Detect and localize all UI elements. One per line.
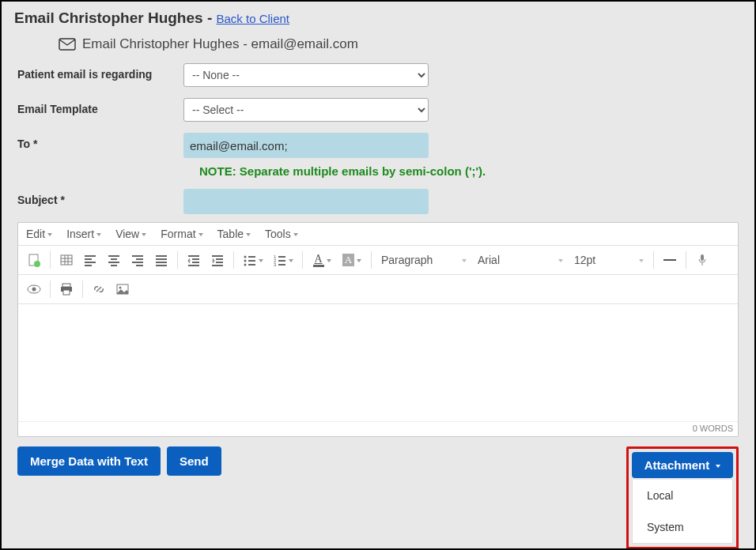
template-select[interactable]: -- Select -- <box>183 98 429 122</box>
chevron-down-icon <box>289 259 293 262</box>
page-title: Email Christopher Hughes <box>14 9 203 26</box>
print-icon[interactable] <box>55 278 77 300</box>
patient-email-label: Patient email is regarding <box>17 63 183 81</box>
outdent-icon[interactable] <box>183 249 205 271</box>
table-icon[interactable] <box>55 249 77 271</box>
attachment-button[interactable]: Attachment <box>632 452 733 478</box>
svg-point-53 <box>119 287 122 289</box>
align-justify-icon[interactable] <box>150 249 172 271</box>
action-bar: Merge Data with Text Send Attachment Loc… <box>2 437 754 550</box>
editor-toolbar: 123 A A Paragraph Arial 12pt <box>18 246 738 275</box>
subject-label: Subject * <box>17 189 183 206</box>
svg-rect-51 <box>63 290 70 295</box>
merge-data-button[interactable]: Merge Data with Text <box>17 446 161 476</box>
attachment-highlight: Attachment Local System <box>626 446 739 549</box>
align-center-icon[interactable] <box>103 249 125 271</box>
attachment-local-item[interactable]: Local <box>633 480 732 511</box>
microphone-icon[interactable] <box>691 249 713 271</box>
chevron-down-icon <box>639 259 644 262</box>
chevron-down-icon <box>716 465 720 468</box>
word-count: 0 WORDS <box>18 421 738 436</box>
chevron-down-icon <box>142 233 146 236</box>
link-icon[interactable] <box>88 278 110 300</box>
svg-point-2 <box>34 261 40 267</box>
background-color-icon[interactable]: A <box>338 249 366 271</box>
to-input[interactable] <box>183 133 429 158</box>
preview-icon[interactable] <box>23 278 45 300</box>
svg-point-32 <box>244 256 246 258</box>
menu-format[interactable]: Format <box>161 228 202 240</box>
template-label: Email Template <box>17 98 183 115</box>
svg-rect-0 <box>59 39 75 50</box>
format-block-select[interactable]: Paragraph <box>376 249 471 271</box>
chevron-down-icon <box>293 233 298 236</box>
menu-view[interactable]: View <box>115 228 146 240</box>
chevron-down-icon <box>558 259 563 262</box>
editor-menubar: Edit Insert View Format Table Tools <box>18 223 738 246</box>
horizontal-rule-icon[interactable] <box>659 249 681 271</box>
font-size-select[interactable]: 12pt <box>569 249 648 271</box>
subheader: Email Christopher Hughes - email@email.c… <box>2 32 754 63</box>
menu-table[interactable]: Table <box>217 228 251 240</box>
attachment-system-item[interactable]: System <box>633 511 732 543</box>
editor-toolbar-row2 <box>18 275 738 304</box>
bullet-list-icon[interactable] <box>239 249 267 271</box>
new-document-icon[interactable] <box>23 249 45 271</box>
align-left-icon[interactable] <box>79 249 101 271</box>
form-area: Patient email is regarding -- None -- Em… <box>2 63 754 214</box>
title-dash: - <box>203 9 217 26</box>
font-family-select[interactable]: Arial <box>473 249 568 271</box>
svg-rect-3 <box>61 255 72 265</box>
svg-point-34 <box>244 264 246 266</box>
chevron-down-icon <box>47 233 52 236</box>
svg-rect-49 <box>62 284 70 287</box>
attachment-menu: Local System <box>632 480 733 544</box>
note-text: NOTE: Separate multiple emails by semi-c… <box>199 164 486 178</box>
subheader-text: Email Christopher Hughes - email@email.c… <box>82 36 358 52</box>
svg-text:3: 3 <box>274 262 277 267</box>
svg-rect-45 <box>701 254 704 261</box>
numbered-list-icon[interactable]: 123 <box>269 249 297 271</box>
page-header: Email Christopher Hughes - Back to Clien… <box>2 2 754 32</box>
menu-tools[interactable]: Tools <box>265 228 298 240</box>
chevron-down-icon <box>462 259 467 262</box>
to-label: To * <box>17 133 183 150</box>
chevron-down-icon <box>198 233 203 236</box>
text-color-icon[interactable]: A <box>308 249 336 271</box>
email-compose-window: Email Christopher Hughes - Back to Clien… <box>0 0 756 550</box>
send-button[interactable]: Send <box>167 446 221 476</box>
rich-text-editor: Edit Insert View Format Table Tools 123 … <box>17 222 739 437</box>
svg-point-33 <box>244 260 246 262</box>
menu-edit[interactable]: Edit <box>26 228 52 240</box>
menu-insert[interactable]: Insert <box>66 228 101 240</box>
chevron-down-icon <box>246 233 251 236</box>
chevron-down-icon <box>96 233 101 236</box>
chevron-down-icon <box>259 259 263 262</box>
indent-icon[interactable] <box>206 249 229 271</box>
svg-point-48 <box>32 288 36 292</box>
patient-email-select[interactable]: -- None -- <box>183 63 429 87</box>
envelope-icon <box>59 38 76 51</box>
editor-content-area[interactable] <box>18 304 738 421</box>
image-icon[interactable] <box>112 278 134 300</box>
chevron-down-icon <box>327 259 331 262</box>
chevron-down-icon <box>357 259 361 262</box>
back-to-client-link[interactable]: Back to Client <box>217 12 290 25</box>
align-right-icon[interactable] <box>127 249 149 271</box>
subject-input[interactable] <box>183 189 429 214</box>
